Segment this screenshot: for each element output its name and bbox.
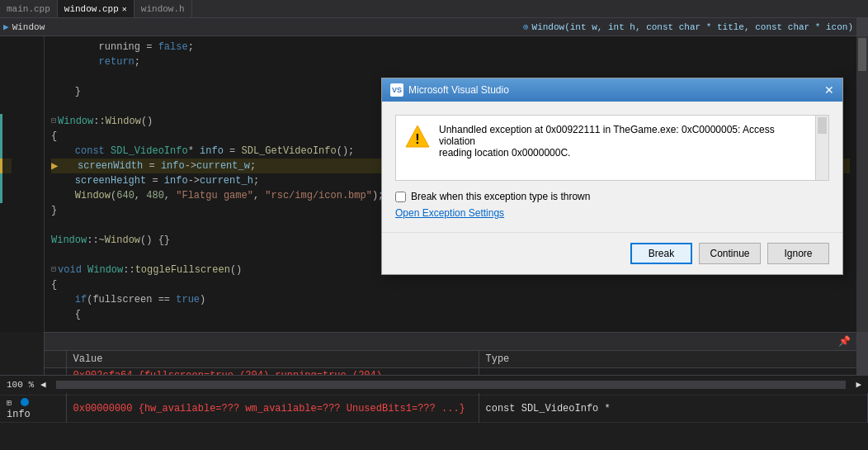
- dialog-message-text: Unhandled exception at 0x00922111 in The…: [439, 124, 807, 159]
- dialog-message-line1: Unhandled exception at 0x00922111 in The…: [439, 124, 807, 147]
- exception-dialog: VS Microsoft Visual Studio ✕ !: [381, 78, 843, 275]
- open-exception-settings-link[interactable]: Open Exception Settings: [395, 207, 829, 219]
- breadcrumb-arrow: ▶: [3, 21, 9, 32]
- dialog-message-wrapper: ! Unhandled exception at 0x00922111 in T…: [395, 115, 829, 181]
- tab-window-cpp[interactable]: window.cpp ✕: [58, 0, 134, 17]
- locals-name-info: ⊞ info: [0, 395, 66, 422]
- zoom-increase-btn[interactable]: ▶: [856, 379, 861, 390]
- zoom-level: 100 %: [7, 380, 34, 390]
- breadcrumb-member-icon: ⊕: [523, 21, 529, 32]
- tab-window-h-label: window.h: [141, 4, 185, 14]
- svg-text:!: !: [415, 132, 419, 146]
- break-exception-checkbox-row: Break when this exception type is thrown: [395, 191, 829, 202]
- locals-info-value-text: 0x00000000 {hw_available=??? wm_availabl…: [73, 403, 465, 414]
- tab-bar: main.cpp window.cpp ✕ window.h: [0, 0, 868, 18]
- dialog-close-button[interactable]: ✕: [824, 83, 834, 97]
- dialog-body: ! Unhandled exception at 0x00922111 in T…: [382, 102, 842, 232]
- ignore-button[interactable]: Ignore: [767, 243, 829, 264]
- exception-settings-anchor[interactable]: Open Exception Settings: [395, 207, 504, 219]
- dialog-footer: Break Continue Ignore: [382, 232, 842, 274]
- locals-info-type: const SDL_VideoInfo *: [479, 395, 868, 422]
- breadcrumb-scope[interactable]: Window: [12, 22, 45, 32]
- toolbar-scrollbar[interactable]: [856, 18, 868, 36]
- dialog-titlebar: VS Microsoft Visual Studio ✕: [382, 78, 842, 102]
- expand-icon[interactable]: ⊞: [7, 399, 12, 408]
- dialog-message-box: ! Unhandled exception at 0x00922111 in T…: [395, 115, 816, 181]
- dialog-scroll-thumb[interactable]: [818, 117, 827, 134]
- breadcrumb-toolbar: ▶ Window ⊕ Window(int w, int h, const ch…: [0, 18, 868, 36]
- continue-button[interactable]: Continue: [699, 243, 761, 264]
- break-exception-checkbox[interactable]: [395, 192, 406, 202]
- editor-container: running = false; return; } ⊟ Window::Win…: [0, 36, 868, 332]
- tab-window-cpp-label: window.cpp: [64, 4, 119, 14]
- modal-overlay: VS Microsoft Visual Studio ✕ !: [0, 36, 868, 332]
- scroll-track[interactable]: [56, 381, 847, 389]
- dialog-message-line2: reading location 0x0000000C.: [439, 147, 807, 159]
- locals-info-name: info: [7, 409, 31, 420]
- tab-window-cpp-close[interactable]: ✕: [122, 4, 127, 14]
- locals-row-info: ⊞ info 0x00000000 {hw_available=??? wm_a…: [0, 395, 868, 422]
- breadcrumb-member: Window(int w, int h, const char * title,…: [532, 22, 853, 32]
- vs-logo-icon: VS: [390, 83, 403, 97]
- break-exception-label: Break when this exception type is thrown: [411, 191, 590, 202]
- zoom-bar: 100 % ◀ ▶: [0, 375, 868, 393]
- locals-info-value: 0x00000000 {hw_available=??? wm_availabl…: [66, 395, 479, 422]
- warning-icon: !: [404, 124, 431, 153]
- tab-main-cpp[interactable]: main.cpp: [0, 0, 58, 17]
- break-button[interactable]: Break: [630, 243, 692, 264]
- tab-window-h[interactable]: window.h: [134, 0, 192, 17]
- tab-main-cpp-label: main.cpp: [7, 4, 50, 14]
- dialog-options: Break when this exception type is thrown…: [395, 191, 829, 219]
- zoom-decrease-btn[interactable]: ◀: [40, 379, 46, 390]
- obj-icon: [21, 398, 29, 406]
- dialog-message-scrollbar[interactable]: [816, 115, 829, 181]
- locals-info-type-text: const SDL_VideoInfo *: [486, 403, 611, 414]
- dialog-title: Microsoft Visual Studio: [408, 84, 509, 96]
